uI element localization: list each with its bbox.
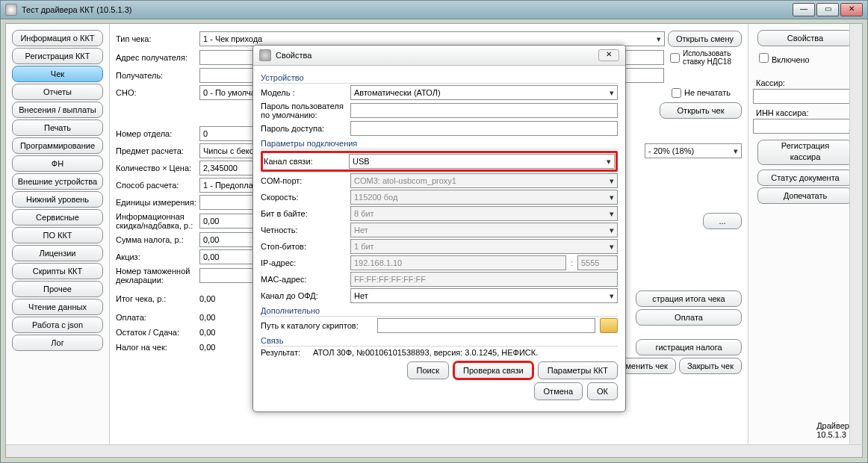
dialog-titlebar: Свойства ✕	[253, 46, 625, 66]
ellipsis-button-1[interactable]: ...	[703, 213, 742, 229]
sidebar-item-programming[interactable]: Программирование	[12, 137, 103, 154]
sidebar-item-info[interactable]: Информация о ККТ	[12, 30, 103, 46]
cashier-label: Кассир:	[756, 78, 855, 87]
close-button[interactable]: ✕	[840, 3, 863, 16]
no-print-checkbox[interactable]	[672, 88, 681, 98]
taxcheck-value: 0,00	[199, 343, 215, 352]
speed-select: 115200 бод	[350, 190, 618, 205]
payment-value: 0,00	[199, 313, 215, 322]
inn-label: ИНН кассира:	[756, 108, 855, 117]
cancel-button[interactable]: Отмена	[534, 382, 583, 400]
group-extra: Дополнительно	[261, 306, 618, 317]
excise-label: Акциз:	[116, 252, 196, 261]
model-label: Модель :	[261, 88, 346, 97]
search-button[interactable]: Поиск	[407, 361, 449, 379]
close-check-button[interactable]: Закрыть чек	[679, 358, 742, 374]
enabled-checkbox[interactable]	[759, 53, 769, 63]
unit-label: Единицы измерения:	[116, 198, 196, 207]
com-label: COM-порт:	[261, 176, 346, 185]
dept-label: Номер отдела:	[116, 129, 196, 138]
window-title: Тест драйвера ККТ (10.5.1.3)	[22, 5, 793, 14]
ofd-select[interactable]: Нет	[350, 288, 618, 303]
sidebar-item-licenses[interactable]: Лицензии	[12, 245, 103, 261]
sidebar-item-read[interactable]: Чтение данных	[12, 299, 103, 315]
rest-value: 0,00	[199, 328, 215, 337]
parity-select: Нет	[350, 223, 618, 237]
reg-tax-button[interactable]: гистрация налога	[636, 339, 742, 355]
inn-field[interactable]	[753, 119, 858, 134]
calc-method-label: Способ расчета:	[116, 181, 196, 190]
check-type-select[interactable]: 1 - Чек прихода	[199, 31, 665, 46]
sidebar-item-check[interactable]: Чек	[12, 66, 103, 82]
model-select[interactable]: Автоматически (АТОЛ)	[350, 85, 618, 100]
channel-highlight: Канал связи: USB	[261, 151, 618, 172]
bits-label: Бит в байте:	[261, 209, 346, 218]
group-device: Устройство	[261, 73, 618, 84]
open-shift-button[interactable]: Открыть смену	[668, 31, 742, 47]
cashier-field[interactable]	[753, 89, 858, 104]
properties-button[interactable]: Свойства	[757, 30, 853, 46]
dialog-title: Свойства	[276, 51, 598, 60]
userpw-label: Пароль пользователя по умолчанию:	[261, 102, 346, 119]
taxcheck-label: Налог на чек:	[116, 343, 196, 352]
qtyprice-label: Количество × Цена:	[116, 164, 196, 173]
stop-label: Стоп-битов:	[261, 242, 346, 251]
group-link: Связь	[261, 336, 618, 347]
payment-button[interactable]: Оплата	[636, 309, 742, 326]
stop-select: 1 бит	[350, 239, 618, 254]
app-icon	[5, 4, 17, 16]
ip-field: 192.168.1.10	[350, 255, 566, 270]
userpw-field[interactable]	[350, 103, 618, 118]
bits-select: 8 бит	[350, 206, 618, 221]
accesspw-label: Пароль доступа:	[261, 124, 346, 133]
sidebar-item-service[interactable]: Сервисные	[12, 209, 103, 226]
result-value: АТОЛ 30Ф, №00106101538893, версия: 3.0.1…	[313, 348, 618, 357]
channel-select[interactable]: USB	[349, 154, 615, 169]
accesspw-field[interactable]	[350, 121, 618, 136]
sidebar-item-scripts[interactable]: Скрипты ККТ	[12, 263, 103, 279]
sidebar-item-lowlevel[interactable]: Нижний уровень	[12, 191, 103, 208]
sidebar-item-software[interactable]: ПО ККТ	[12, 227, 103, 243]
horizontal-scrollbar[interactable]	[6, 444, 862, 457]
sidebar-item-log[interactable]: Лог	[12, 335, 103, 351]
recipient-label: Получатель:	[116, 71, 196, 80]
sidebar-item-registration[interactable]: Регистрация ККТ	[12, 48, 103, 64]
com-select: COM3: atol-usbcom_proxy1	[350, 173, 618, 188]
sidebar-item-fn[interactable]: ФН	[12, 155, 103, 172]
result-label: Результат:	[261, 348, 309, 357]
open-check-button[interactable]: Открыть чек	[660, 102, 742, 119]
kkt-params-button[interactable]: Параметры ККТ	[538, 361, 618, 379]
minimize-button[interactable]: —	[793, 3, 815, 16]
speed-label: Скорость:	[261, 193, 346, 202]
ok-button[interactable]: ОК	[587, 382, 618, 400]
check-type-label: Тип чека:	[116, 34, 196, 43]
discount-label: Информационная скидка/надбавка, р.:	[116, 212, 196, 230]
use-vat18-checkbox[interactable]	[670, 53, 680, 63]
vertical-scrollbar[interactable]	[849, 24, 862, 445]
sidebar-item-reports[interactable]: Отчеты	[12, 84, 103, 100]
total-value: 0,00	[199, 294, 215, 303]
browse-folder-icon[interactable]	[600, 318, 618, 333]
rest-label: Остаток / Сдача:	[116, 328, 196, 337]
total-label: Итог чека, р.:	[116, 294, 196, 303]
dialog-close-button[interactable]: ✕	[598, 49, 619, 61]
maximize-button[interactable]: ▭	[816, 3, 839, 16]
doc-status-button[interactable]: Статус документа	[757, 170, 853, 186]
sidebar-item-other[interactable]: Прочее	[12, 281, 103, 297]
group-conn: Параметры подключения	[261, 139, 618, 149]
vat-rate-select[interactable]: - 20% (18%)	[645, 143, 742, 158]
sidebar-item-json[interactable]: Работа с json	[12, 317, 103, 333]
sidebar-item-deposits[interactable]: Внесения / выплаты	[12, 102, 103, 118]
scripts-field[interactable]	[377, 318, 595, 333]
sidebar-item-print[interactable]: Печать	[12, 119, 103, 136]
reg-cashier-button[interactable]: Регистрация кассира	[757, 140, 853, 165]
reg-total-button[interactable]: страция итога чека	[636, 290, 742, 307]
check-connection-button[interactable]: Проверка связи	[453, 361, 533, 379]
payment-label: Оплата:	[116, 313, 196, 322]
ofd-label: Канал до ОФД:	[261, 291, 346, 300]
reprint-button[interactable]: Допечатать	[757, 187, 853, 204]
sidebar-item-external[interactable]: Внешние устройства	[12, 173, 103, 190]
titlebar: Тест драйвера ККТ (10.5.1.3) — ▭ ✕	[1, 1, 867, 19]
sidebar: Информация о ККТ Регистрация ККТ Чек Отч…	[6, 24, 110, 457]
mac-field: FF:FF:FF:FF:FF:FF	[350, 272, 618, 287]
